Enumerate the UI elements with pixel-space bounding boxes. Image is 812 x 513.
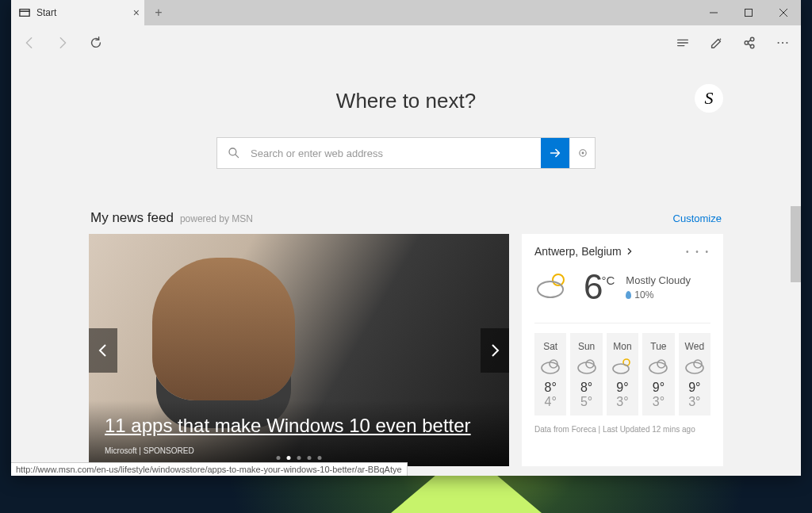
feed-powered-label: powered by MSN xyxy=(180,213,253,224)
window-close-button[interactable] xyxy=(766,0,801,25)
carousel-dot[interactable] xyxy=(297,456,301,460)
carousel-sponsor: Microsoft | SPONSORED xyxy=(105,446,493,455)
new-tab-button[interactable]: + xyxy=(144,0,173,25)
weather-now-icon xyxy=(534,270,573,304)
weather-condition: Mostly Cloudy xyxy=(626,274,691,286)
weather-precip: 10% xyxy=(626,289,691,301)
tab-start[interactable]: Start × xyxy=(11,0,144,25)
forecast-day-name: Sat xyxy=(534,341,566,352)
forecast-day-icon xyxy=(642,357,674,374)
web-note-button[interactable] xyxy=(709,36,723,50)
forward-button[interactable] xyxy=(56,36,70,50)
svg-point-26 xyxy=(578,362,596,373)
svg-rect-3 xyxy=(745,10,753,17)
forecast-low: 3° xyxy=(642,395,674,409)
news-carousel[interactable]: 11 apps that make Windows 10 even better… xyxy=(89,234,509,466)
scrollbar-thumb[interactable] xyxy=(791,206,801,282)
svg-line-19 xyxy=(236,155,239,158)
forecast-day-name: Mon xyxy=(607,341,638,352)
forecast-day[interactable]: Sat8°4° xyxy=(534,333,566,415)
forecast-day-icon xyxy=(534,357,566,374)
carousel-dots[interactable] xyxy=(277,456,322,460)
svg-line-14 xyxy=(748,44,751,46)
svg-point-9 xyxy=(720,39,722,40)
search-input[interactable] xyxy=(251,138,541,168)
carousel-dot[interactable] xyxy=(277,456,281,460)
svg-point-21 xyxy=(581,152,584,155)
weather-card: Antwerp, Belgium • • • 6°C Mostly Cl xyxy=(522,234,723,466)
carousel-prev-button[interactable] xyxy=(89,328,117,373)
carousel-next-button[interactable] xyxy=(481,328,509,373)
svg-point-29 xyxy=(613,364,629,373)
status-bar-url: http://www.msn.com/en-us/lifestyle/windo… xyxy=(11,462,408,476)
forecast-day-name: Sun xyxy=(570,341,602,352)
reading-view-button[interactable] xyxy=(676,36,690,50)
svg-point-16 xyxy=(782,42,783,44)
forecast-high: 9° xyxy=(642,381,674,395)
forecast-day[interactable]: Mon9°3° xyxy=(607,333,638,415)
back-button[interactable] xyxy=(22,36,36,50)
forecast-day-name: Tue xyxy=(642,341,674,352)
refresh-button[interactable] xyxy=(89,36,103,50)
page-content: Where to next? S My news feed powered by… xyxy=(11,60,801,476)
svg-point-15 xyxy=(778,42,779,44)
carousel-headline[interactable]: 11 apps that make Windows 10 even better xyxy=(105,415,493,437)
weather-temp: 6°C xyxy=(584,267,615,307)
carousel-dot[interactable] xyxy=(287,456,291,460)
svg-point-32 xyxy=(686,362,703,373)
forecast-low: 3° xyxy=(607,395,638,409)
tab-title: Start xyxy=(36,7,56,18)
forecast-high: 9° xyxy=(679,381,710,395)
forecast-low: 5° xyxy=(570,395,602,409)
svg-rect-0 xyxy=(20,10,29,17)
forecast-low: 4° xyxy=(534,395,566,409)
share-button[interactable] xyxy=(742,36,756,50)
hero-title: Where to next? xyxy=(336,89,476,113)
carousel-dot[interactable] xyxy=(308,456,312,460)
weather-menu-button[interactable]: • • • xyxy=(686,247,710,256)
customize-link[interactable]: Customize xyxy=(673,212,722,224)
carousel-dot[interactable] xyxy=(318,456,322,460)
voice-button[interactable] xyxy=(569,138,595,168)
go-button[interactable] xyxy=(541,138,569,168)
forecast-high: 8° xyxy=(570,381,602,395)
forecast-day-icon xyxy=(607,357,638,374)
forecast-high: 9° xyxy=(607,381,638,395)
forecast-day-icon xyxy=(570,357,602,374)
forecast-day[interactable]: Sun8°5° xyxy=(570,333,602,415)
weather-footer: Data from Foreca | Last Updated 12 mins … xyxy=(534,425,710,434)
weather-location-label: Antwerp, Belgium xyxy=(534,245,622,258)
window-minimize-button[interactable] xyxy=(696,0,731,25)
feed-title: My news feed xyxy=(90,210,174,226)
tab-page-icon xyxy=(19,7,30,18)
more-button[interactable] xyxy=(776,36,790,50)
window-maximize-button[interactable] xyxy=(731,0,766,25)
forecast-low: 3° xyxy=(679,395,710,409)
forecast-day[interactable]: Tue9°3° xyxy=(642,333,674,415)
chevron-right-icon xyxy=(626,247,634,255)
profile-avatar[interactable]: S xyxy=(695,84,723,113)
search-icon xyxy=(217,138,251,168)
forecast-day-name: Wed xyxy=(679,341,710,352)
svg-line-13 xyxy=(748,40,751,42)
tab-close-icon[interactable]: × xyxy=(133,6,140,19)
svg-point-30 xyxy=(649,362,667,373)
forecast-high: 8° xyxy=(534,381,566,395)
edge-window: Start × + Where to next? xyxy=(11,0,801,476)
svg-point-23 xyxy=(538,281,563,297)
search-box xyxy=(216,137,596,169)
nav-toolbar xyxy=(11,25,801,60)
desktop-background: Start × + Where to next? xyxy=(0,0,812,513)
forecast-row: Sat8°4°Sun8°5°Mon9°3°Tue9°3°Wed9°3° xyxy=(534,323,710,415)
svg-point-17 xyxy=(786,42,787,44)
weather-location[interactable]: Antwerp, Belgium xyxy=(534,245,634,258)
svg-point-24 xyxy=(542,362,559,373)
titlebar: Start × + xyxy=(11,0,801,25)
forecast-day[interactable]: Wed9°3° xyxy=(679,333,710,415)
forecast-day-icon xyxy=(679,357,710,374)
